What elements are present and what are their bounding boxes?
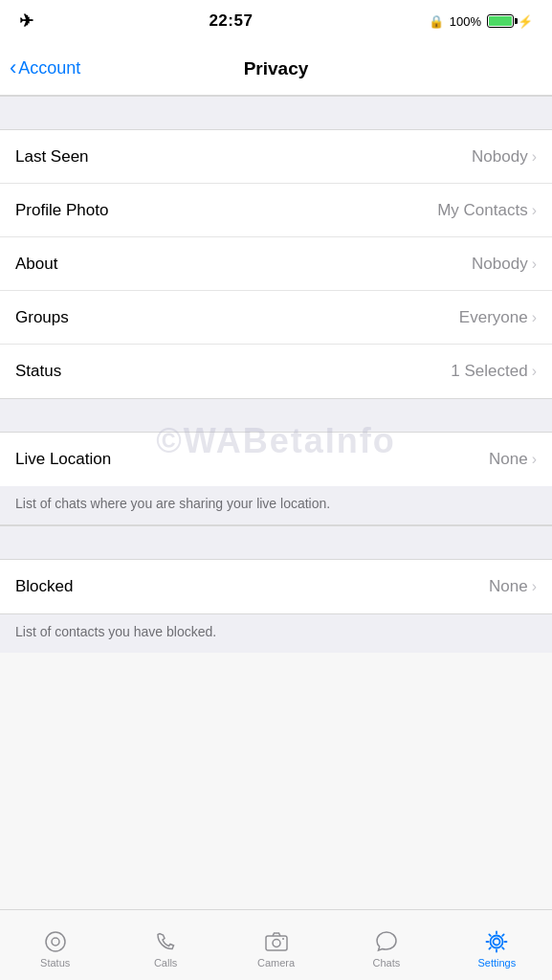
status-chevron-icon: › bbox=[532, 363, 537, 380]
profile-photo-label: Profile Photo bbox=[15, 201, 108, 220]
status-bar: ✈ 22:57 🔒 100% ⚡ bbox=[0, 0, 552, 42]
groups-value: Everyone › bbox=[459, 308, 537, 327]
navigation-bar: ‹ Account Privacy bbox=[0, 42, 552, 96]
battery-icon bbox=[487, 14, 514, 28]
live-location-group: Live Location None › bbox=[0, 433, 552, 486]
blocked-row[interactable]: Blocked None › bbox=[0, 560, 552, 613]
svg-point-6 bbox=[491, 936, 503, 948]
status-tab-label: Status bbox=[40, 957, 70, 969]
settings-tab-label: Settings bbox=[477, 957, 516, 969]
camera-tab[interactable]: Camera bbox=[221, 922, 331, 969]
live-location-label: Live Location bbox=[15, 450, 111, 469]
airplane-mode-icon: ✈ bbox=[19, 11, 33, 32]
live-location-value: None › bbox=[489, 450, 537, 469]
blocked-chevron-icon: › bbox=[532, 578, 537, 595]
groups-chevron-icon: › bbox=[532, 309, 537, 326]
last-seen-label: Last Seen bbox=[15, 147, 89, 167]
status-tab[interactable]: Status bbox=[0, 922, 110, 969]
about-row[interactable]: About Nobody › bbox=[0, 237, 552, 291]
svg-point-1 bbox=[52, 938, 59, 946]
chats-icon bbox=[373, 929, 400, 954]
chats-tab-label: Chats bbox=[373, 957, 401, 969]
blocked-label: Blocked bbox=[15, 577, 73, 596]
profile-photo-row[interactable]: Profile Photo My Contacts › bbox=[0, 184, 552, 237]
live-location-row[interactable]: Live Location None › bbox=[0, 433, 552, 486]
blocked-section-spacer bbox=[0, 525, 552, 560]
groups-label: Groups bbox=[15, 308, 69, 327]
status-value: 1 Selected › bbox=[451, 362, 537, 381]
last-seen-row[interactable]: Last Seen Nobody › bbox=[0, 130, 552, 184]
svg-rect-2 bbox=[266, 936, 287, 950]
about-value: Nobody › bbox=[472, 255, 537, 274]
battery-percent: 100% bbox=[450, 14, 481, 29]
last-seen-value: Nobody › bbox=[472, 147, 537, 167]
settings-icon bbox=[483, 929, 510, 954]
back-chevron-icon: ‹ bbox=[10, 57, 16, 78]
blocked-description: List of contacts you have blocked. bbox=[0, 613, 552, 653]
status-row[interactable]: Status 1 Selected › bbox=[0, 345, 552, 398]
lock-icon: 🔒 bbox=[429, 14, 444, 29]
live-location-description: List of chats where you are sharing your… bbox=[0, 486, 552, 525]
back-button[interactable]: ‹ Account bbox=[10, 58, 80, 78]
live-location-chevron-icon: › bbox=[532, 451, 537, 468]
svg-point-4 bbox=[282, 938, 284, 940]
last-seen-chevron-icon: › bbox=[532, 148, 537, 166]
top-section-spacer bbox=[0, 96, 552, 130]
status-privacy-label: Status bbox=[15, 362, 61, 381]
svg-point-5 bbox=[494, 939, 500, 946]
tab-bar: Status Calls Camera Chats bbox=[0, 909, 552, 980]
blocked-group: Blocked None › bbox=[0, 560, 552, 613]
mid-section-spacer bbox=[0, 398, 552, 433]
status-icon bbox=[42, 929, 69, 954]
about-label: About bbox=[15, 255, 57, 274]
blocked-value: None › bbox=[489, 577, 537, 596]
camera-tab-label: Camera bbox=[257, 957, 295, 969]
calls-icon bbox=[152, 929, 179, 954]
calls-tab-label: Calls bbox=[154, 957, 177, 969]
about-chevron-icon: › bbox=[532, 256, 537, 273]
camera-icon bbox=[263, 929, 290, 954]
svg-point-3 bbox=[273, 940, 280, 947]
chats-tab[interactable]: Chats bbox=[331, 922, 441, 969]
status-time: 22:57 bbox=[209, 11, 253, 31]
profile-photo-chevron-icon: › bbox=[532, 202, 537, 219]
status-indicators: 🔒 100% ⚡ bbox=[429, 14, 533, 29]
calls-tab[interactable]: Calls bbox=[110, 922, 220, 969]
svg-point-0 bbox=[46, 932, 65, 951]
contacts-privacy-group: Last Seen Nobody › Profile Photo My Cont… bbox=[0, 130, 552, 398]
charging-bolt: ⚡ bbox=[518, 14, 533, 29]
groups-row[interactable]: Groups Everyone › bbox=[0, 291, 552, 345]
settings-tab[interactable]: Settings bbox=[442, 922, 552, 969]
page-title: Privacy bbox=[244, 58, 309, 79]
profile-photo-value: My Contacts › bbox=[437, 201, 537, 220]
main-content: Last Seen Nobody › Profile Photo My Cont… bbox=[0, 96, 552, 729]
back-label: Account bbox=[18, 58, 80, 78]
